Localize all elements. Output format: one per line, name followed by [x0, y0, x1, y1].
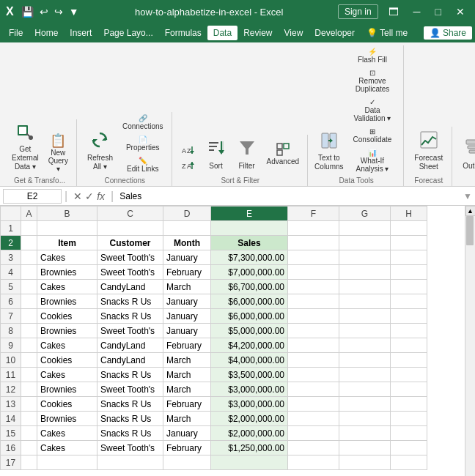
cell-d16[interactable]: February: [163, 441, 211, 455]
cell-b17[interactable]: [37, 455, 97, 470]
col-header-d[interactable]: D: [163, 207, 211, 221]
formula-input[interactable]: Sales: [117, 191, 460, 201]
row-num-10[interactable]: 10: [1, 353, 21, 368]
cell-h17[interactable]: [391, 455, 427, 470]
cell-e8[interactable]: $5,000,000.00: [211, 324, 288, 338]
cell-a1[interactable]: [21, 221, 37, 236]
row-num-12[interactable]: 12: [1, 382, 21, 397]
ribbon-display-button[interactable]: 🗖: [384, 4, 403, 19]
cell-f11[interactable]: [288, 368, 339, 382]
advanced-filter-button[interactable]: Advanced: [263, 141, 303, 168]
col-header-h[interactable]: H: [391, 207, 427, 221]
cell-h4[interactable]: [391, 265, 427, 280]
row-num-7[interactable]: 7: [1, 309, 21, 324]
cell-d13[interactable]: February: [163, 397, 211, 412]
cell-g16[interactable]: [339, 441, 391, 455]
cell-c15[interactable]: Snacks R Us: [97, 426, 163, 441]
cell-d11[interactable]: March: [163, 368, 211, 382]
cell-c5[interactable]: CandyLand: [97, 280, 163, 294]
cell-b12[interactable]: Brownies: [37, 382, 97, 397]
text-to-columns-button[interactable]: Text toColumns: [314, 128, 345, 175]
cell-b6[interactable]: Brownies: [37, 294, 97, 309]
cell-c14[interactable]: Snacks R Us: [97, 412, 163, 426]
col-header-b[interactable]: B: [37, 207, 97, 221]
cell-e9[interactable]: $4,200,000.00: [211, 338, 288, 353]
close-button[interactable]: ✕: [452, 4, 469, 19]
menu-page-layout[interactable]: Page Layo...: [97, 26, 158, 40]
cell-a11[interactable]: [21, 368, 37, 382]
properties-button[interactable]: 📄 Properties: [119, 133, 167, 154]
cell-d10[interactable]: March: [163, 353, 211, 368]
cell-a10[interactable]: [21, 353, 37, 368]
cancel-icon[interactable]: ✕: [73, 190, 82, 202]
cell-g11[interactable]: [339, 368, 391, 382]
cell-a13[interactable]: [21, 397, 37, 412]
cell-e12[interactable]: $3,000,000.00: [211, 382, 288, 397]
col-header-a[interactable]: A: [21, 207, 37, 221]
confirm-icon[interactable]: ✓: [85, 190, 94, 202]
cell-b3[interactable]: Cakes: [37, 250, 97, 265]
menu-tell-me[interactable]: 💡 Tell me: [361, 26, 413, 40]
filter-button[interactable]: Filter: [232, 135, 262, 174]
cell-h1[interactable]: [391, 221, 427, 236]
remove-duplicates-button[interactable]: ⊡ Remove Duplicates: [346, 67, 399, 95]
cell-e16[interactable]: $1,250,000.00: [211, 441, 288, 455]
cell-b15[interactable]: Cakes: [37, 426, 97, 441]
cell-e17[interactable]: [211, 455, 288, 470]
cell-d4[interactable]: February: [163, 265, 211, 280]
cell-h7[interactable]: [391, 309, 427, 324]
cell-e13[interactable]: $3,000,000.00: [211, 397, 288, 412]
cell-c11[interactable]: Snacks R Us: [97, 368, 163, 382]
cell-b2[interactable]: Item: [37, 236, 97, 250]
menu-view[interactable]: View: [279, 26, 309, 40]
cell-g15[interactable]: [339, 426, 391, 441]
cell-c1[interactable]: [97, 221, 163, 236]
menu-formulas[interactable]: Formulas: [159, 26, 207, 40]
cell-h12[interactable]: [391, 382, 427, 397]
sort-az-button[interactable]: AZ: [178, 144, 200, 158]
menu-data[interactable]: Data: [207, 26, 238, 40]
cell-d17[interactable]: [163, 455, 211, 470]
cell-c12[interactable]: Sweet Tooth's: [97, 382, 163, 397]
cell-g9[interactable]: [339, 338, 391, 353]
cell-a7[interactable]: [21, 309, 37, 324]
cell-f5[interactable]: [288, 280, 339, 294]
cell-c10[interactable]: CandyLand: [97, 353, 163, 368]
cell-f12[interactable]: [288, 382, 339, 397]
cell-a2[interactable]: [21, 236, 37, 250]
cell-a12[interactable]: [21, 382, 37, 397]
cell-a5[interactable]: [21, 280, 37, 294]
cell-a16[interactable]: [21, 441, 37, 455]
cell-a17[interactable]: [21, 455, 37, 470]
undo-button[interactable]: ↩: [38, 4, 50, 19]
cell-e11[interactable]: $3,500,000.00: [211, 368, 288, 382]
cell-c4[interactable]: Sweet Tooth's: [97, 265, 163, 280]
cell-h15[interactable]: [391, 426, 427, 441]
cell-g12[interactable]: [339, 382, 391, 397]
cell-e4[interactable]: $7,000,000.00: [211, 265, 288, 280]
cell-c7[interactable]: Snacks R Us: [97, 309, 163, 324]
cell-c6[interactable]: Snacks R Us: [97, 294, 163, 309]
maximize-button[interactable]: □: [431, 4, 446, 19]
cell-e2[interactable]: Sales: [211, 236, 288, 250]
cell-d14[interactable]: March: [163, 412, 211, 426]
cell-f7[interactable]: [288, 309, 339, 324]
cell-d7[interactable]: January: [163, 309, 211, 324]
consolidate-button[interactable]: ⊞ Consolidate: [346, 125, 399, 146]
cell-h3[interactable]: [391, 250, 427, 265]
cell-g3[interactable]: [339, 250, 391, 265]
cell-g1[interactable]: [339, 221, 391, 236]
cell-b5[interactable]: Cakes: [37, 280, 97, 294]
cell-h13[interactable]: [391, 397, 427, 412]
cell-d6[interactable]: January: [163, 294, 211, 309]
row-num-8[interactable]: 8: [1, 324, 21, 338]
menu-file[interactable]: File: [3, 26, 29, 40]
cell-e1[interactable]: [211, 221, 288, 236]
cell-c9[interactable]: CandyLand: [97, 338, 163, 353]
customize-qat-button[interactable]: ▼: [67, 4, 81, 19]
sort-button[interactable]: Sort: [202, 135, 231, 174]
row-num-14[interactable]: 14: [1, 412, 21, 426]
menu-home[interactable]: Home: [29, 26, 64, 40]
cell-a8[interactable]: [21, 324, 37, 338]
cell-g14[interactable]: [339, 412, 391, 426]
